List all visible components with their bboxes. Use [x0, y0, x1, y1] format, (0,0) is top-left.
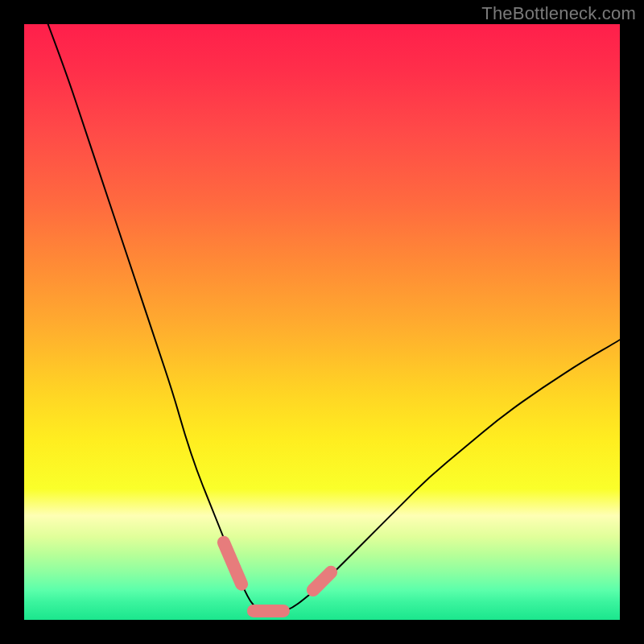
- curve-svg: [24, 24, 620, 620]
- bottleneck-curve: [48, 24, 620, 613]
- left-highlight-segment: [224, 543, 242, 584]
- plot-area: [24, 24, 620, 620]
- watermark-text: TheBottleneck.com: [481, 3, 636, 24]
- highlight-markers: [224, 543, 331, 611]
- right-highlight-segment: [313, 572, 331, 590]
- curve-layer: [24, 24, 620, 620]
- chart-stage: TheBottleneck.com: [0, 0, 644, 644]
